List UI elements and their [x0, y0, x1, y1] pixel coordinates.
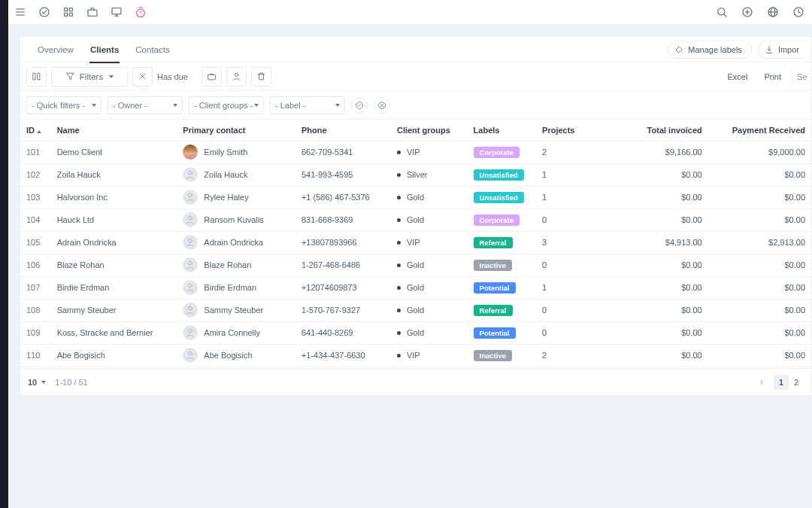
- label-select[interactable]: - Label -: [270, 96, 345, 114]
- print-button[interactable]: Print: [758, 72, 787, 81]
- table-row[interactable]: 102Zoila HauckZoila Hauck541-993-4595Sil…: [20, 163, 811, 186]
- filters-button[interactable]: Filters: [51, 67, 128, 87]
- trash-button[interactable]: [251, 67, 271, 87]
- cell-id: 105: [20, 231, 51, 254]
- cell-received: $0.00: [708, 276, 811, 299]
- cell-label: Corporate: [468, 208, 536, 231]
- label-chip: Corporate: [474, 147, 520, 158]
- svg-line-16: [724, 14, 726, 17]
- table-row[interactable]: 107Birdie ErdmanBirdie Erdman+1207460987…: [20, 276, 811, 299]
- cell-contact: Ransom Kuvalis: [177, 208, 295, 231]
- topbar: [8, 0, 812, 25]
- apply-filter-icon[interactable]: [351, 97, 368, 114]
- cell-group: Gold: [391, 186, 468, 208]
- search-icon[interactable]: [716, 6, 728, 18]
- stopwatch-icon[interactable]: [135, 6, 147, 18]
- cell-projects: 0: [536, 208, 597, 231]
- columns-button[interactable]: [26, 67, 47, 87]
- apps-grid-icon[interactable]: [62, 6, 74, 18]
- owner-label: - Owner -: [113, 101, 147, 110]
- svg-point-32: [356, 102, 363, 108]
- pager-page-1[interactable]: 1: [774, 375, 789, 390]
- svg-point-44: [189, 351, 192, 355]
- monitor-icon[interactable]: [111, 6, 123, 18]
- bullet-icon: [397, 263, 401, 267]
- col-name[interactable]: Name: [51, 120, 177, 141]
- svg-point-41: [189, 284, 192, 287]
- avatar: [183, 212, 198, 227]
- cell-label: Potential: [468, 321, 536, 344]
- pager-page-2[interactable]: 2: [789, 375, 804, 390]
- cell-id: 108: [20, 299, 51, 321]
- import-button[interactable]: Impor: [758, 41, 805, 59]
- col-phone[interactable]: Phone: [295, 120, 391, 141]
- avatar: [183, 325, 198, 340]
- pager-prev[interactable]: [754, 375, 769, 390]
- table-row[interactable]: 106Blaze RohanBlaze Rohan1-267-468-6486G…: [20, 254, 811, 276]
- has-due-filter[interactable]: Has due: [157, 72, 188, 81]
- menu-icon[interactable]: [14, 6, 26, 18]
- manage-labels-button[interactable]: Manage labels: [668, 41, 752, 59]
- plus-circle-icon[interactable]: [741, 6, 753, 18]
- tab-overview[interactable]: Overview: [29, 37, 82, 62]
- col-labels[interactable]: Labels: [468, 120, 536, 141]
- table-row[interactable]: 109Koss, Stracke and BernierAmira Connel…: [20, 321, 811, 344]
- table-row[interactable]: 104Hauck LtdRansom Kuvalis831-668-9369Go…: [20, 208, 811, 231]
- table-footer: 10 1-10 / 51 12: [20, 368, 811, 395]
- cell-phone: +1 (586) 467-5376: [295, 186, 391, 208]
- col-id[interactable]: ID: [20, 120, 51, 141]
- table-row[interactable]: 105Adrain OndrickaAdrain Ondricka+138078…: [20, 231, 811, 254]
- globe-icon[interactable]: [767, 6, 779, 18]
- tab-clients[interactable]: Clients: [82, 37, 127, 62]
- col-received[interactable]: Payment Received: [708, 120, 811, 141]
- clock-icon[interactable]: [792, 6, 804, 18]
- clients-table: ID Name Primary contact Phone Client gro…: [20, 120, 811, 367]
- export-excel[interactable]: Excel: [721, 72, 753, 81]
- cell-label: Unsatisfied: [468, 163, 536, 186]
- cell-received: $0.00: [708, 299, 811, 321]
- svg-point-39: [189, 239, 192, 242]
- clear-filter-button[interactable]: [132, 67, 153, 87]
- quick-filters-select[interactable]: - Quick filters -: [26, 96, 102, 114]
- svg-rect-25: [33, 73, 35, 80]
- person-filter-button[interactable]: [226, 67, 247, 87]
- label-chip: Potential: [474, 327, 516, 339]
- tab-contacts[interactable]: Contacts: [127, 37, 177, 62]
- cell-contact: Birdie Erdman: [177, 276, 295, 299]
- label-chip: Corporate: [474, 214, 520, 226]
- cell-phone: 541-993-4595: [295, 163, 391, 186]
- cell-contact: Adrain Ondricka: [177, 231, 295, 254]
- cell-contact: Sammy Steuber: [177, 299, 295, 321]
- cell-invoiced: $0.00: [597, 208, 707, 231]
- cell-invoiced: $0.00: [597, 254, 707, 276]
- check-circle-icon[interactable]: [38, 6, 50, 18]
- page-size-select[interactable]: 10: [28, 378, 46, 387]
- briefcase-icon[interactable]: [86, 6, 98, 18]
- cell-invoiced: $0.00: [597, 344, 707, 367]
- avatar: [183, 257, 198, 272]
- avatar: [183, 235, 198, 250]
- table-row[interactable]: 110Abe BogisichAbe Bogisich+1-434-437-66…: [20, 344, 811, 367]
- search-field[interactable]: Se: [792, 67, 805, 87]
- bullet-icon: [397, 151, 401, 154]
- bullet-icon: [397, 241, 401, 245]
- cell-contact: Blaze Rohan: [177, 254, 295, 276]
- briefcase-filter-button[interactable]: [201, 67, 222, 87]
- col-projects[interactable]: Projects: [536, 120, 597, 141]
- table-row[interactable]: 108Sammy SteuberSammy Steuber1-570-767-9…: [20, 299, 811, 321]
- svg-point-37: [189, 193, 192, 197]
- reset-filter-icon[interactable]: [374, 97, 390, 114]
- col-contact[interactable]: Primary contact: [177, 120, 295, 141]
- client-groups-select[interactable]: - Client groups -: [189, 96, 264, 114]
- label-chip: Potential: [474, 282, 516, 294]
- collapsed-sidebar[interactable]: [0, 0, 8, 508]
- tabs-row: OverviewClientsContacts Manage labels Im…: [20, 37, 811, 62]
- table-row[interactable]: 101Demo ClientEmily Smith662-709-5341VIP…: [20, 141, 811, 163]
- col-invoiced[interactable]: Total invoiced: [597, 120, 707, 141]
- col-groups[interactable]: Client groups: [391, 120, 468, 141]
- cell-label: Referral: [468, 231, 536, 254]
- table-row[interactable]: 103Halvorson IncRylee Haley+1 (586) 467-…: [20, 186, 811, 208]
- owner-select[interactable]: - Owner -: [108, 96, 183, 114]
- svg-point-40: [189, 261, 192, 265]
- cell-contact: Abe Bogisich: [177, 344, 295, 367]
